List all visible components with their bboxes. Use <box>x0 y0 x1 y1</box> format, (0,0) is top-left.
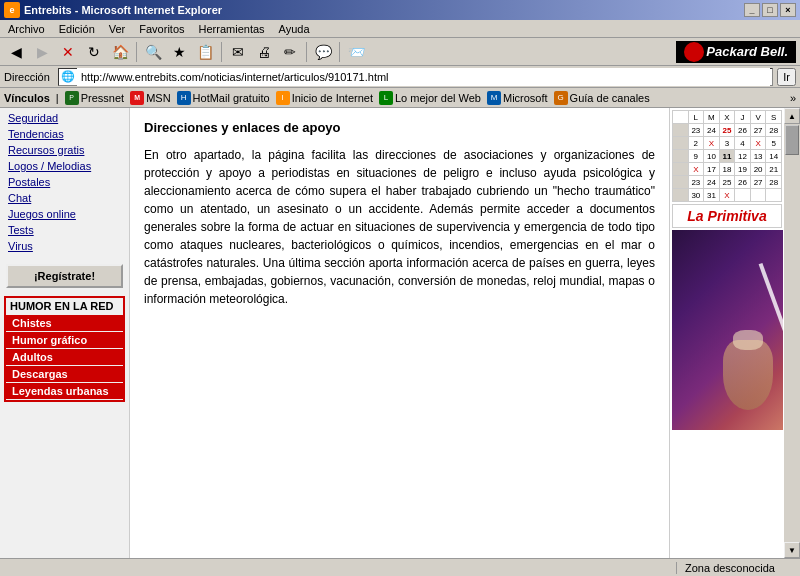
sidebar-item-tendencias[interactable]: Tendencias <box>0 126 129 142</box>
primitiva-banner[interactable]: La Primitiva <box>672 204 782 228</box>
sidebar-item-chat[interactable]: Chat <box>0 190 129 206</box>
table-row: L M X J V S <box>673 111 782 124</box>
sidebar: Seguridad Tendencias Recursos gratis Log… <box>0 108 130 558</box>
stop-button[interactable]: ✕ <box>56 41 80 63</box>
toolbar-separator-3 <box>306 42 307 62</box>
menu-ayuda[interactable]: Ayuda <box>273 22 316 36</box>
link-lomejor[interactable]: L Lo mejor del Web <box>379 91 481 105</box>
main-area: Seguridad Tendencias Recursos gratis Log… <box>0 108 800 558</box>
menu-edicion[interactable]: Edición <box>53 22 101 36</box>
link-microsoft[interactable]: M Microsoft <box>487 91 548 105</box>
humor-item-humor-grafico[interactable]: Humor gráfico <box>6 332 123 348</box>
toolbar-separator-4 <box>339 42 340 62</box>
microsoft-icon: M <box>487 91 501 105</box>
minimize-button[interactable]: _ <box>744 3 760 17</box>
table-row: 2 X 3 4 X 5 <box>673 137 782 150</box>
humor-item-leyendas[interactable]: Leyendas urbanas <box>6 383 123 399</box>
links-label: Vínculos <box>4 92 50 104</box>
right-panel: L M X J V S 23 24 25 26 27 28 <box>669 108 784 558</box>
toolbar-separator-1 <box>136 42 137 62</box>
menu-herramientas[interactable]: Herramientas <box>193 22 271 36</box>
table-row: X 17 18 19 20 21 <box>673 163 782 176</box>
links-bar: Vínculos | P Pressnet M MSN H HotMail gr… <box>0 88 800 108</box>
hotmail-icon: H <box>177 91 191 105</box>
title-bar: e Entrebits - Microsoft Internet Explore… <box>0 0 800 20</box>
menu-bar: Archivo Edición Ver Favoritos Herramient… <box>0 20 800 38</box>
lomejor-icon: L <box>379 91 393 105</box>
packard-bell-logo: Packard Bell. <box>676 41 796 63</box>
pressnet-icon: P <box>65 91 79 105</box>
scroll-track[interactable] <box>784 124 800 542</box>
table-row: 9 10 11 12 13 14 <box>673 150 782 163</box>
search-button[interactable]: 🔍 <box>141 41 165 63</box>
favorites-button[interactable]: ★ <box>167 41 191 63</box>
history-button[interactable]: 📋 <box>193 41 217 63</box>
links-more[interactable]: » <box>790 92 796 104</box>
print-button[interactable]: 🖨 <box>252 41 276 63</box>
table-row: 23 24 25 26 27 28 <box>673 124 782 137</box>
address-label: Dirección <box>4 71 54 83</box>
inicio-icon: I <box>276 91 290 105</box>
sidebar-item-logos[interactable]: Logos / Melodias <box>0 158 129 174</box>
scrollbar-vertical[interactable]: ▲ ▼ <box>784 108 800 558</box>
content-heading: Direcciones y enlaces de apoyo <box>144 118 655 138</box>
edit-button[interactable]: ✏ <box>278 41 302 63</box>
refresh-button[interactable]: ↻ <box>82 41 106 63</box>
toolbar-separator-2 <box>221 42 222 62</box>
table-row: 30 31 X <box>673 189 782 202</box>
ad-image <box>672 230 783 430</box>
maximize-button[interactable]: □ <box>762 3 778 17</box>
register-button[interactable]: ¡Regístrate! <box>6 264 123 288</box>
humor-section: HUMOR EN LA RED Chistes Humor gráfico Ad… <box>4 296 125 402</box>
link-pressnet[interactable]: P Pressnet <box>65 91 124 105</box>
scroll-thumb[interactable] <box>785 125 799 155</box>
scroll-up-button[interactable]: ▲ <box>784 108 800 124</box>
links-separator-icon: | <box>56 92 59 104</box>
discuss-button[interactable]: 💬 <box>311 41 335 63</box>
primitiva-label: La Primitiva <box>687 208 766 224</box>
toolbar: ◀ ▶ ✕ ↻ 🏠 🔍 ★ 📋 ✉ 🖨 ✏ 💬 📨 Packard Bell. <box>0 38 800 66</box>
sidebar-item-postales[interactable]: Postales <box>0 174 129 190</box>
go-button[interactable]: Ir <box>777 68 796 86</box>
menu-favoritos[interactable]: Favoritos <box>133 22 190 36</box>
mail-button[interactable]: ✉ <box>226 41 250 63</box>
humor-title: HUMOR EN LA RED <box>6 298 123 314</box>
forward-button[interactable]: ▶ <box>30 41 54 63</box>
brand-name: Packard Bell. <box>706 44 788 59</box>
msn-icon: M <box>130 91 144 105</box>
back-button[interactable]: ◀ <box>4 41 28 63</box>
table-row: 23 24 25 26 27 28 <box>673 176 782 189</box>
sidebar-item-recursos[interactable]: Recursos gratis <box>0 142 129 158</box>
close-button[interactable]: × <box>780 3 796 17</box>
content-area: Direcciones y enlaces de apoyo En otro a… <box>130 108 669 558</box>
address-input[interactable] <box>77 68 770 86</box>
status-bar: Zona desconocida <box>0 558 800 576</box>
home-button[interactable]: 🏠 <box>108 41 132 63</box>
humor-item-descargas[interactable]: Descargas <box>6 366 123 382</box>
app-icon: e <box>4 2 20 18</box>
scroll-down-button[interactable]: ▼ <box>784 542 800 558</box>
sidebar-item-seguridad[interactable]: Seguridad <box>0 110 129 126</box>
sidebar-item-tests[interactable]: Tests <box>0 222 129 238</box>
link-msn[interactable]: M MSN <box>130 91 170 105</box>
pb-icon <box>684 42 704 62</box>
sidebar-item-virus[interactable]: Virus <box>0 238 129 254</box>
humor-item-adultos[interactable]: Adultos <box>6 349 123 365</box>
sidebar-item-juegos[interactable]: Juegos online <box>0 206 129 222</box>
link-inicio[interactable]: I Inicio de Internet <box>276 91 373 105</box>
humor-item-chistes[interactable]: Chistes <box>6 315 123 331</box>
content-body: En otro apartado, la página facilita las… <box>144 146 655 308</box>
address-bar: Dirección 🌐 Ir <box>0 66 800 88</box>
window-controls[interactable]: _ □ × <box>744 3 796 17</box>
link-hotmail[interactable]: H HotMail gratuito <box>177 91 270 105</box>
status-zone: Zona desconocida <box>676 562 796 574</box>
link-guia[interactable]: G Guía de canales <box>554 91 650 105</box>
menu-archivo[interactable]: Archivo <box>2 22 51 36</box>
menu-ver[interactable]: Ver <box>103 22 132 36</box>
lottery-grid: L M X J V S 23 24 25 26 27 28 <box>672 110 782 202</box>
guia-icon: G <box>554 91 568 105</box>
window-title: Entrebits - Microsoft Internet Explorer <box>24 4 222 16</box>
messenger-button[interactable]: 📨 <box>344 41 368 63</box>
address-icon: 🌐 <box>61 70 75 83</box>
